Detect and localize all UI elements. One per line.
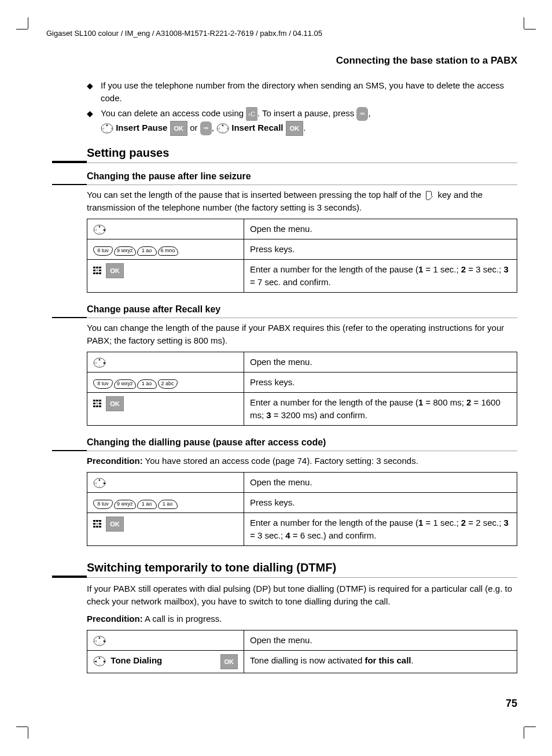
keycap-9-icon: 9 wxyz <box>114 379 136 389</box>
keycap-9-icon: 9 wxyz <box>114 246 136 256</box>
diamond-icon: ◆ <box>87 79 101 105</box>
ok-key-icon: OK <box>106 263 124 278</box>
page-number: 75 <box>506 698 517 710</box>
svg-text:▲: ▲ <box>98 636 101 639</box>
keypad-icon <box>93 267 102 275</box>
keycap-1-icon: 1 ao <box>158 500 178 509</box>
step-desc-cell: Press keys. <box>244 239 517 260</box>
step-key-cell: 8 tuv9 wxyz1 ao6 mno <box>87 239 244 260</box>
table-row: 8 tuv9 wxyz1 ao2 abc Press keys. <box>87 373 517 393</box>
table-row: OK Enter a number for the length of the … <box>87 260 517 293</box>
table-row: ▲▫◁▶ Open the menu. <box>87 630 517 651</box>
paragraph: You can set the length of the pause that… <box>87 189 517 214</box>
step-key-cell: ▲▫◁▶ <box>87 219 244 239</box>
table-row: OK Enter a number for the length of the … <box>87 393 517 426</box>
step-desc-cell: Open the menu. <box>244 352 517 373</box>
step-desc-cell: Press keys. <box>244 373 517 393</box>
keycap-9-icon: 9 wxyz <box>114 500 136 509</box>
step-key-cell: ▲▫◀▶ Tone Dialing OK <box>87 651 244 673</box>
step-key-cell: OK <box>87 260 244 293</box>
keypad-icon <box>93 400 102 408</box>
steps-table: ▲▫◁▶ Open the menu. 8 tuv9 wxyz1 ao2 abc… <box>87 352 517 426</box>
svg-text:▶: ▶ <box>104 228 106 231</box>
paragraph: Precondition: A call is in progress. <box>87 613 517 625</box>
ok-key-icon: OK <box>170 121 188 136</box>
nav-key-icon: ▲▫◁▶ <box>93 478 106 488</box>
heading-line-seizure: Changing the pause after line seizure <box>87 171 517 182</box>
step-desc-cell: Open the menu. <box>244 630 517 651</box>
heading-recall: Change pause after Recall key <box>87 304 517 315</box>
menu-key-icon: ≔ <box>200 121 212 135</box>
svg-text:▲: ▲ <box>105 123 108 127</box>
keycap-1-icon: 1 ao <box>137 246 157 256</box>
svg-text:◁: ◁ <box>94 362 97 364</box>
step-desc-cell: Enter a number for the length of the pau… <box>244 513 517 546</box>
svg-text:▫: ▫ <box>99 231 100 234</box>
steps-table: ▲▫◁▶ Open the menu. ▲▫◀▶ Tone Dialing OK… <box>87 630 517 673</box>
table-row: ▲▫◁▶ Open the menu. <box>87 352 517 373</box>
ok-key-icon: OK <box>106 517 124 532</box>
step-key-cell: OK <box>87 513 244 546</box>
table-row: ▲▫◀▶ Tone Dialing OK Tone dialling is no… <box>87 651 517 673</box>
heading-dtmf: Switching temporarily to tone dialling (… <box>87 561 517 574</box>
diamond-icon: ◆ <box>87 107 101 136</box>
svg-text:◁: ◁ <box>94 228 97 231</box>
svg-text:▲: ▲ <box>98 357 101 361</box>
svg-text:◀: ◀ <box>94 660 97 663</box>
clear-key-icon: ‹C <box>246 107 257 121</box>
keycap-1-icon: 1 ao <box>137 379 157 389</box>
table-row: ▲▫◁▶ Open the menu. <box>87 473 517 493</box>
table-row: ▲▫◁▶ Open the menu. <box>87 219 517 239</box>
step-key-cell: ▲▫◁▶ <box>87 352 244 373</box>
svg-text:◁: ◁ <box>102 127 104 130</box>
keycap-2-icon: 2 abc <box>158 379 178 389</box>
heading-dialling-pause: Changing the dialling pause (pause after… <box>87 437 517 448</box>
svg-text:▲: ▲ <box>98 224 101 228</box>
nav-key-icon: ▲▫◀▶ <box>93 656 106 666</box>
heading-setting-pauses: Setting pauses <box>87 146 517 160</box>
nav-key-icon: ▲▫◁▷ <box>216 123 229 134</box>
svg-text:▲: ▲ <box>221 123 224 127</box>
svg-text:▫: ▫ <box>222 130 223 133</box>
svg-text:◁: ◁ <box>94 640 97 643</box>
bullet-text: If you use the telephone number from the… <box>101 79 517 105</box>
talk-key-icon <box>424 190 435 201</box>
paragraph: If your PABX still operates with dial pu… <box>87 582 517 608</box>
nav-key-icon: ▲▫◁▷ <box>101 123 113 134</box>
svg-text:▫: ▫ <box>99 642 100 646</box>
step-key-cell: OK <box>87 393 244 426</box>
nav-key-icon: ▲▫◁▶ <box>93 636 106 646</box>
svg-text:▫: ▫ <box>106 130 108 133</box>
table-row: 8 tuv9 wxyz1 ao6 mno Press keys. <box>87 239 517 260</box>
svg-text:▷: ▷ <box>111 127 113 130</box>
keycap-8-icon: 8 tuv <box>93 379 113 389</box>
keycap-1-icon: 1 ao <box>137 500 157 509</box>
svg-text:▷: ▷ <box>227 127 229 130</box>
table-row: 8 tuv9 wxyz1 ao1 ao Press keys. <box>87 493 517 513</box>
section-title: Connecting the base station to a PABX <box>87 55 517 67</box>
svg-text:▶: ▶ <box>104 660 106 663</box>
ok-key-icon: OK <box>220 654 238 669</box>
svg-text:◁: ◁ <box>94 482 97 485</box>
svg-text:▫: ▫ <box>99 662 100 666</box>
step-desc-cell: Tone dialling is now activated for this … <box>244 651 517 673</box>
header-docpath: Gigaset SL100 colour / IM_eng / A31008-M… <box>46 29 517 38</box>
svg-text:▲: ▲ <box>98 478 101 481</box>
svg-text:▶: ▶ <box>104 362 106 364</box>
keypad-icon <box>93 520 102 528</box>
step-desc-cell: Open the menu. <box>244 473 517 493</box>
bullet-item: ◆ You can delete an access code using ‹C… <box>87 107 517 136</box>
svg-text:▶: ▶ <box>104 640 106 643</box>
bullet-text: You can delete an access code using ‹C. … <box>101 107 517 136</box>
step-key-cell: 8 tuv9 wxyz1 ao1 ao <box>87 493 244 513</box>
step-key-cell: ▲▫◁▶ <box>87 630 244 651</box>
menu-key-icon: ≔ <box>356 107 368 121</box>
ok-key-icon: OK <box>286 121 304 136</box>
keycap-8-icon: 8 tuv <box>93 500 113 509</box>
bullet-item: ◆ If you use the telephone number from t… <box>87 79 517 105</box>
svg-text:▲: ▲ <box>98 656 101 659</box>
svg-text:▶: ▶ <box>104 482 106 485</box>
table-row: OK Enter a number for the length of the … <box>87 513 517 546</box>
steps-table: ▲▫◁▶ Open the menu. 8 tuv9 wxyz1 ao6 mno… <box>87 219 517 293</box>
nav-key-icon: ▲▫◁▶ <box>93 357 106 368</box>
